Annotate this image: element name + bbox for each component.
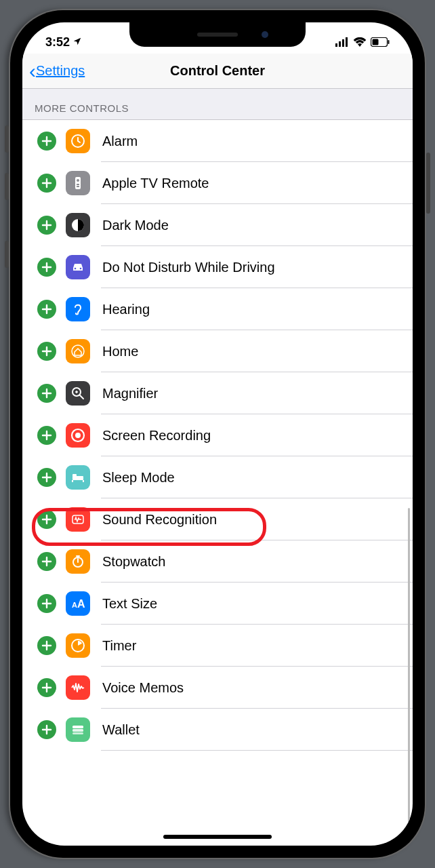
control-row-remote[interactable]: Apple TV Remote (22, 162, 413, 204)
darkmode-icon (66, 213, 90, 237)
control-label: Hearing (102, 302, 150, 317)
svg-rect-3 (346, 37, 348, 47)
notch (129, 22, 306, 47)
control-label: Do Not Disturb While Driving (102, 260, 275, 275)
control-row-wallet[interactable]: Wallet (22, 709, 413, 751)
scroll-indicator (408, 508, 410, 846)
svg-point-13 (75, 268, 77, 270)
control-label: Dark Mode (102, 218, 169, 233)
clock-icon (66, 129, 90, 153)
cellular-signal-icon (335, 37, 349, 47)
add-button[interactable] (37, 594, 56, 613)
add-button[interactable] (37, 342, 56, 361)
control-row-car[interactable]: Do Not Disturb While Driving (22, 246, 413, 288)
svg-point-14 (80, 268, 82, 270)
section-header: MORE CONTROLS (22, 89, 413, 120)
bed-icon (66, 465, 90, 490)
control-row-stopwatch[interactable]: Stopwatch (22, 540, 413, 583)
add-button[interactable] (37, 384, 56, 403)
voicememo-icon (66, 675, 90, 700)
screen: 3:52 (22, 22, 413, 846)
wifi-icon (353, 37, 367, 47)
control-label: Wallet (102, 722, 140, 738)
svg-rect-6 (388, 40, 390, 44)
back-button[interactable]: ‹ Settings (22, 61, 85, 81)
add-button[interactable] (37, 300, 56, 319)
control-row-sound[interactable]: Sound Recognition (22, 498, 413, 540)
svg-rect-20 (72, 474, 77, 477)
control-row-home[interactable]: Home (22, 330, 413, 372)
add-button[interactable] (37, 636, 56, 655)
svg-point-9 (77, 179, 79, 182)
control-label: Timer (102, 638, 136, 654)
control-row-voicememo[interactable]: Voice Memos (22, 667, 413, 709)
control-label: Voice Memos (102, 680, 184, 696)
svg-rect-1 (339, 41, 341, 47)
add-button[interactable] (37, 216, 56, 235)
magnifier-icon (66, 381, 90, 406)
control-label: Stopwatch (102, 554, 165, 570)
control-label: Alarm (102, 134, 138, 149)
svg-rect-2 (342, 39, 344, 47)
svg-rect-26 (72, 726, 83, 728)
svg-rect-0 (335, 43, 337, 47)
add-button[interactable] (37, 720, 56, 739)
svg-text:A: A (77, 598, 85, 610)
control-row-textsize[interactable]: AAText Size (22, 583, 413, 625)
add-button[interactable] (37, 468, 56, 487)
control-row-ear[interactable]: Hearing (22, 288, 413, 330)
sound-icon (66, 507, 90, 532)
svg-point-18 (75, 433, 81, 438)
record-icon (66, 423, 90, 448)
remote-icon (66, 171, 90, 195)
add-button[interactable] (37, 552, 56, 571)
control-label: Apple TV Remote (102, 176, 209, 191)
control-row-darkmode[interactable]: Dark Mode (22, 204, 413, 246)
car-icon (66, 255, 90, 279)
control-label: Home (102, 344, 138, 359)
stopwatch-icon (66, 549, 90, 574)
svg-rect-11 (77, 186, 79, 187)
control-row-timer[interactable]: Timer (22, 625, 413, 667)
add-button[interactable] (37, 510, 56, 529)
chevron-left-icon: ‹ (29, 61, 36, 81)
ear-icon (66, 297, 90, 321)
wallet-icon (66, 717, 90, 742)
location-arrow-icon (72, 35, 82, 50)
control-label: Magnifier (102, 386, 158, 401)
home-icon (66, 339, 90, 363)
timer-icon (66, 633, 90, 658)
svg-rect-28 (72, 732, 83, 734)
control-row-bed[interactable]: Sleep Mode (22, 456, 413, 498)
control-row-clock[interactable]: Alarm (22, 120, 413, 162)
svg-rect-8 (75, 177, 81, 189)
svg-text:A: A (72, 601, 77, 609)
back-label: Settings (36, 63, 85, 79)
add-button[interactable] (37, 678, 56, 697)
nav-bar: ‹ Settings Control Center (22, 54, 413, 89)
control-label: Sound Recognition (102, 512, 217, 528)
svg-rect-5 (373, 39, 379, 45)
controls-list: AlarmApple TV RemoteDark ModeDo Not Dist… (22, 120, 413, 751)
phone-frame: 3:52 (10, 10, 425, 858)
add-button[interactable] (37, 426, 56, 445)
status-time: 3:52 (45, 35, 70, 50)
control-row-magnifier[interactable]: Magnifier (22, 372, 413, 414)
control-label: Screen Recording (102, 428, 211, 443)
control-label: Sleep Mode (102, 470, 175, 486)
add-button[interactable] (37, 174, 56, 193)
home-indicator[interactable] (163, 835, 272, 839)
add-button[interactable] (37, 258, 56, 277)
control-label: Text Size (102, 596, 157, 612)
svg-rect-10 (77, 184, 79, 185)
svg-rect-27 (72, 729, 83, 732)
textsize-icon: AA (66, 591, 90, 616)
control-row-record[interactable]: Screen Recording (22, 414, 413, 456)
add-button[interactable] (37, 132, 56, 151)
battery-icon (371, 37, 390, 47)
